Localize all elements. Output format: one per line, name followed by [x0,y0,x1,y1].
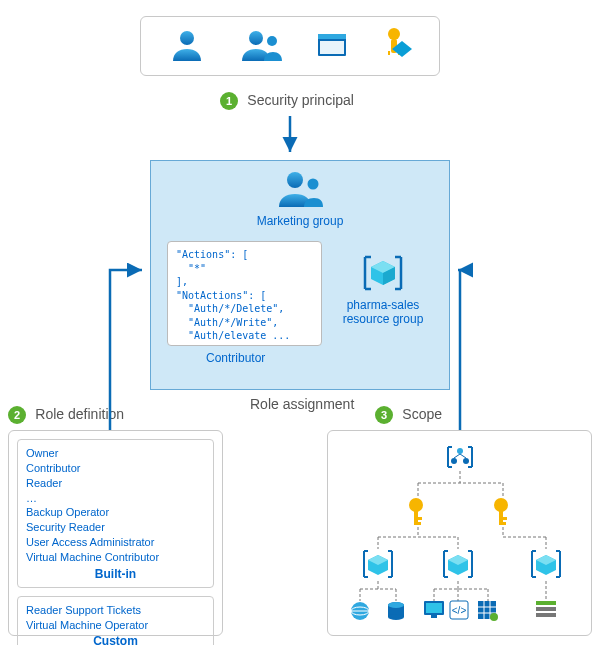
list-item: Virtual Machine Operator [26,618,205,633]
resource-web-icon [351,602,369,620]
list-item: Reader Support Tickets [26,603,205,618]
svg-point-2 [267,36,277,46]
scope-heading: 3 Scope [375,406,442,424]
resource-db-icon [388,602,404,620]
svg-rect-73 [536,601,556,605]
custom-roles-card: Reader Support Tickets Virtual Machine O… [17,596,214,645]
list-item: Reader [26,476,205,491]
resource-code-icon: </> [450,601,468,619]
resource-group-icon [444,551,472,577]
svg-line-40 [460,454,466,458]
list-item: Security Reader [26,520,205,535]
builtin-label: Built-in [26,567,205,581]
security-principal-label: 1 Security principal [220,92,354,110]
security-principal-panel [140,16,440,76]
role-definition-panel: Owner Contributor Reader … Backup Operat… [8,430,223,636]
svg-point-37 [451,458,457,464]
svg-point-41 [409,498,423,512]
svg-rect-48 [503,522,506,525]
svg-rect-47 [503,517,507,520]
svg-point-36 [457,448,463,454]
svg-rect-74 [536,607,556,611]
resource-group-icon [359,251,407,295]
list-item: Contributor [26,461,205,476]
svg-point-11 [308,179,319,190]
resource-group-icon [364,551,392,577]
service-principal-icon [317,31,347,62]
management-group-icon [448,447,472,467]
svg-rect-63 [426,603,442,613]
role-assignment-label: Role assignment [250,396,354,412]
role-definition-json: "Actions": [ "*" ], "NotActions": [ "Aut… [167,241,322,346]
builtin-roles-list: Owner Contributor Reader … Backup Operat… [26,446,205,565]
managed-identity-icon [382,27,412,66]
resource-grid-icon [478,601,498,621]
custom-label: Custom [26,634,205,645]
scope-panel: </> [327,430,592,636]
svg-point-10 [287,172,303,188]
svg-point-1 [249,31,263,45]
list-item: … [26,491,205,506]
svg-rect-46 [499,511,503,525]
svg-point-0 [180,31,194,45]
user-icon [169,27,205,66]
role-assignment-block: Marketing group "Actions": [ "*" ], "Not… [150,160,450,390]
svg-point-72 [490,613,498,621]
list-item: Backup Operator [26,505,205,520]
rg-word: resource group [333,312,433,326]
svg-rect-43 [418,517,422,520]
principal-icons-row [141,17,439,75]
resource-group-icon [532,551,560,577]
svg-point-6 [388,28,400,40]
svg-line-39 [454,454,460,458]
resource-group-node: pharma-sales resource group [333,251,433,326]
svg-text:</>: </> [452,605,467,616]
resource-storage-icon [536,601,556,617]
svg-point-61 [388,602,404,608]
svg-rect-75 [536,613,556,617]
svg-point-60 [388,614,404,620]
custom-roles-list: Reader Support Tickets Virtual Machine O… [26,603,205,633]
svg-point-38 [463,458,469,464]
svg-rect-8 [388,51,390,55]
list-item: User Access Administrator [26,535,205,550]
builtin-roles-card: Owner Contributor Reader … Backup Operat… [17,439,214,588]
badge-one: 1 [220,92,238,110]
security-principal-text: Security principal [247,92,354,108]
svg-rect-4 [318,34,346,39]
svg-rect-64 [431,615,437,618]
subscription-key-icon [494,498,508,525]
marketing-group-icon [151,161,449,210]
subscription-key-icon [409,498,423,525]
list-item: Virtual Machine Contributor [26,550,205,565]
svg-rect-44 [418,522,421,525]
contributor-label: Contributor [206,351,265,365]
badge-two: 2 [8,406,26,424]
scope-text: Scope [402,406,442,422]
svg-point-45 [494,498,508,512]
svg-rect-42 [414,511,418,525]
list-item: Owner [26,446,205,461]
rg-name: pharma-sales [333,298,433,312]
marketing-group-label: Marketing group [151,214,449,228]
resource-monitor-icon [424,601,444,618]
badge-three: 3 [375,406,393,424]
role-definition-heading: 2 Role definition [8,406,124,424]
svg-rect-5 [320,41,344,54]
scope-tree-svg: </> [328,431,593,637]
group-icon [240,27,282,66]
role-definition-text: Role definition [35,406,124,422]
